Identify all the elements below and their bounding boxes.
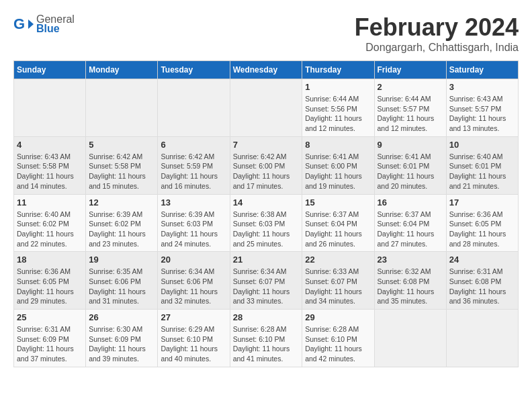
header-monday: Monday: [86, 61, 158, 79]
day-info: Sunrise: 6:43 AM Sunset: 5:58 PM Dayligh…: [17, 152, 83, 191]
day-info: Sunrise: 6:36 AM Sunset: 6:05 PM Dayligh…: [449, 210, 515, 249]
svg-text:G: G: [13, 15, 25, 32]
day-number: 3: [449, 82, 515, 92]
day-info: Sunrise: 6:39 AM Sunset: 6:02 PM Dayligh…: [89, 210, 154, 249]
calendar-cell: 9Sunrise: 6:41 AM Sunset: 6:01 PM Daylig…: [374, 136, 446, 194]
calendar-cell: 15Sunrise: 6:37 AM Sunset: 6:04 PM Dayli…: [302, 194, 374, 252]
calendar-cell: 25Sunrise: 6:31 AM Sunset: 6:09 PM Dayli…: [14, 310, 86, 367]
calendar-cell: 5Sunrise: 6:42 AM Sunset: 5:58 PM Daylig…: [86, 136, 158, 194]
day-number: 17: [449, 197, 515, 208]
calendar-cell: 1Sunrise: 6:44 AM Sunset: 5:56 PM Daylig…: [302, 79, 374, 137]
day-number: 20: [161, 255, 226, 265]
calendar-cell: 21Sunrise: 6:34 AM Sunset: 6:07 PM Dayli…: [230, 252, 302, 310]
day-number: 27: [161, 312, 226, 322]
day-number: 4: [17, 140, 83, 150]
location-subtitle: Dongargarh, Chhattisgarh, India: [355, 42, 519, 54]
calendar-cell: 11Sunrise: 6:40 AM Sunset: 6:02 PM Dayli…: [14, 194, 86, 252]
day-info: Sunrise: 6:37 AM Sunset: 6:04 PM Dayligh…: [378, 210, 443, 249]
day-number: 5: [89, 140, 154, 150]
header-thursday: Thursday: [302, 61, 374, 79]
day-info: Sunrise: 6:42 AM Sunset: 6:00 PM Dayligh…: [233, 152, 300, 191]
header-friday: Friday: [374, 61, 446, 79]
calendar-cell: 12Sunrise: 6:39 AM Sunset: 6:02 PM Dayli…: [86, 194, 158, 252]
day-info: Sunrise: 6:36 AM Sunset: 6:05 PM Dayligh…: [17, 267, 83, 306]
day-number: 10: [449, 140, 515, 150]
day-number: 1: [305, 82, 371, 92]
calendar-cell: [374, 310, 446, 367]
calendar-cell: 17Sunrise: 6:36 AM Sunset: 6:05 PM Dayli…: [446, 194, 518, 252]
header-tuesday: Tuesday: [158, 61, 230, 79]
calendar-cell: 26Sunrise: 6:30 AM Sunset: 6:09 PM Dayli…: [86, 310, 158, 367]
logo: G General Blue: [13, 13, 75, 35]
day-info: Sunrise: 6:39 AM Sunset: 6:03 PM Dayligh…: [161, 210, 226, 249]
day-number: 26: [89, 312, 154, 322]
week-row-2: 11Sunrise: 6:40 AM Sunset: 6:02 PM Dayli…: [14, 194, 519, 252]
day-number: 21: [233, 255, 300, 265]
day-info: Sunrise: 6:31 AM Sunset: 6:08 PM Dayligh…: [449, 267, 515, 306]
day-number: 8: [305, 140, 371, 150]
day-info: Sunrise: 6:41 AM Sunset: 6:01 PM Dayligh…: [378, 152, 443, 191]
calendar-cell: [14, 79, 86, 137]
day-info: Sunrise: 6:28 AM Sunset: 6:10 PM Dayligh…: [305, 324, 371, 364]
day-number: 28: [233, 312, 300, 322]
day-number: 6: [161, 140, 226, 150]
day-number: 7: [233, 140, 300, 150]
day-number: 11: [17, 197, 83, 208]
day-number: 15: [305, 197, 371, 208]
day-number: 24: [449, 255, 515, 265]
day-number: 19: [89, 255, 154, 265]
calendar-cell: 14Sunrise: 6:38 AM Sunset: 6:03 PM Dayli…: [230, 194, 302, 252]
day-info: Sunrise: 6:31 AM Sunset: 6:09 PM Dayligh…: [17, 324, 83, 364]
calendar-table: SundayMondayTuesdayWednesdayThursdayFrid…: [13, 60, 519, 367]
calendar-cell: 6Sunrise: 6:42 AM Sunset: 5:59 PM Daylig…: [158, 136, 230, 194]
calendar-cell: 22Sunrise: 6:33 AM Sunset: 6:07 PM Dayli…: [302, 252, 374, 310]
days-header-row: SundayMondayTuesdayWednesdayThursdayFrid…: [14, 61, 519, 79]
calendar-cell: [86, 79, 158, 137]
day-info: Sunrise: 6:38 AM Sunset: 6:03 PM Dayligh…: [233, 210, 300, 249]
calendar-cell: 16Sunrise: 6:37 AM Sunset: 6:04 PM Dayli…: [374, 194, 446, 252]
title-block: February 2024 Dongargarh, Chhattisgarh, …: [355, 13, 519, 54]
week-row-0: 1Sunrise: 6:44 AM Sunset: 5:56 PM Daylig…: [14, 79, 519, 137]
day-info: Sunrise: 6:44 AM Sunset: 5:56 PM Dayligh…: [305, 94, 371, 134]
day-number: 23: [378, 255, 443, 265]
calendar-cell: 28Sunrise: 6:28 AM Sunset: 6:10 PM Dayli…: [230, 310, 302, 367]
day-info: Sunrise: 6:28 AM Sunset: 6:10 PM Dayligh…: [233, 324, 300, 364]
calendar-cell: 3Sunrise: 6:43 AM Sunset: 5:57 PM Daylig…: [446, 79, 518, 137]
day-info: Sunrise: 6:34 AM Sunset: 6:06 PM Dayligh…: [161, 267, 226, 306]
day-info: Sunrise: 6:30 AM Sunset: 6:09 PM Dayligh…: [89, 324, 154, 364]
calendar-cell: 27Sunrise: 6:29 AM Sunset: 6:10 PM Dayli…: [158, 310, 230, 367]
header-wednesday: Wednesday: [230, 61, 302, 79]
day-number: 14: [233, 197, 300, 208]
day-number: 12: [89, 197, 154, 208]
calendar-cell: 4Sunrise: 6:43 AM Sunset: 5:58 PM Daylig…: [14, 136, 86, 194]
month-title: February 2024: [355, 13, 519, 42]
week-row-4: 25Sunrise: 6:31 AM Sunset: 6:09 PM Dayli…: [14, 310, 519, 367]
calendar-cell: 13Sunrise: 6:39 AM Sunset: 6:03 PM Dayli…: [158, 194, 230, 252]
day-number: 18: [17, 255, 83, 265]
day-info: Sunrise: 6:33 AM Sunset: 6:07 PM Dayligh…: [305, 267, 371, 306]
week-row-1: 4Sunrise: 6:43 AM Sunset: 5:58 PM Daylig…: [14, 136, 519, 194]
logo-text-block: General Blue: [36, 13, 75, 35]
day-number: 9: [378, 140, 443, 150]
day-number: 29: [305, 312, 371, 322]
day-info: Sunrise: 6:40 AM Sunset: 6:02 PM Dayligh…: [17, 210, 83, 249]
week-row-3: 18Sunrise: 6:36 AM Sunset: 6:05 PM Dayli…: [14, 252, 519, 310]
calendar-cell: 8Sunrise: 6:41 AM Sunset: 6:00 PM Daylig…: [302, 136, 374, 194]
day-info: Sunrise: 6:32 AM Sunset: 6:08 PM Dayligh…: [378, 267, 443, 306]
day-number: 16: [378, 197, 443, 208]
calendar-cell: 7Sunrise: 6:42 AM Sunset: 6:00 PM Daylig…: [230, 136, 302, 194]
day-number: 13: [161, 197, 226, 208]
calendar-cell: [446, 310, 518, 367]
calendar-cell: 18Sunrise: 6:36 AM Sunset: 6:05 PM Dayli…: [14, 252, 86, 310]
calendar-cell: 19Sunrise: 6:35 AM Sunset: 6:06 PM Dayli…: [86, 252, 158, 310]
calendar-cell: 10Sunrise: 6:40 AM Sunset: 6:01 PM Dayli…: [446, 136, 518, 194]
svg-marker-1: [28, 19, 34, 29]
day-number: 25: [17, 312, 83, 322]
calendar-cell: 2Sunrise: 6:44 AM Sunset: 5:57 PM Daylig…: [374, 79, 446, 137]
calendar-cell: [230, 79, 302, 137]
header-sunday: Sunday: [14, 61, 86, 79]
day-number: 22: [305, 255, 371, 265]
day-info: Sunrise: 6:35 AM Sunset: 6:06 PM Dayligh…: [89, 267, 154, 306]
calendar-cell: 20Sunrise: 6:34 AM Sunset: 6:06 PM Dayli…: [158, 252, 230, 310]
day-info: Sunrise: 6:42 AM Sunset: 5:58 PM Dayligh…: [89, 152, 154, 191]
